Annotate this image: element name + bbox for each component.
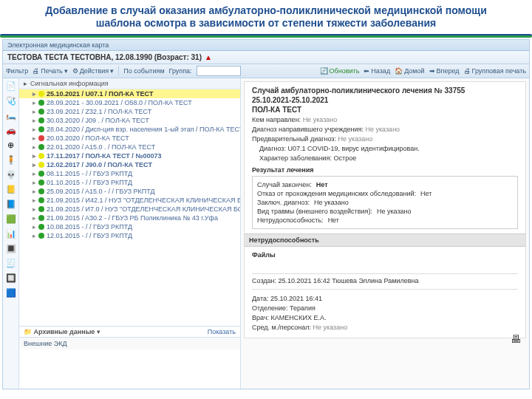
tree-item[interactable]: ▸21.09.2015 / И7.0 / НУЗ "ОТДЕЛЕНЧЕСКАЯ … [19, 205, 240, 214]
tree-item[interactable]: ▸28.04.2020 / Дисп-ция взр. населения 1-… [19, 125, 240, 134]
tree-item[interactable]: ▸22.01.2020 / A15.0 . / ПОЛ-КА ТЕСТ [19, 143, 240, 151]
expand-icon: ▸ [33, 134, 36, 142]
side-icon[interactable]: 📒 [4, 183, 18, 197]
date-value: 25.10.2021 16:41 [270, 295, 322, 302]
status-dot-icon [38, 91, 44, 97]
side-icon[interactable]: 🧾 [4, 257, 18, 270]
detail-card: Случай амбулаторно-поликлинического лече… [244, 81, 526, 338]
tree-item[interactable]: ▸25.09.2015 / A15.0 - / / ГБУЗ РКПТД [19, 187, 240, 196]
filter-button[interactable]: Фильтр [6, 67, 28, 75]
side-icon[interactable]: 🟦 [4, 287, 18, 300]
status-dot-icon [38, 197, 44, 203]
external-row[interactable]: Внешние ЭКД [19, 337, 240, 349]
expand-icon: ▸ [33, 179, 36, 186]
files-heading: Файлы [252, 251, 518, 259]
trauma-label: Вид травмы (внешнего воздействия): [257, 208, 372, 215]
status-dot-icon [38, 171, 44, 177]
tree-item[interactable]: ▸12.02.2017 / J90.0 / ПОЛ-КА ТЕСТ [19, 160, 240, 169]
group-print-button[interactable]: 🖨 Групповая печать [464, 67, 526, 75]
refresh-label: Обновить [330, 67, 360, 75]
result-box: Случай закончен: Нет Отказ от прохождени… [252, 176, 518, 229]
disability-label: Нетрудоспособность: [257, 216, 324, 224]
expand-icon: ▸ [33, 108, 36, 115]
group-print-label: Групповая печать [472, 67, 526, 75]
tree-item[interactable]: ▸25.10.2021 / U07.1 / ПОЛ-КА ТЕСТ [19, 89, 240, 98]
expand-icon: ▸ [33, 232, 36, 239]
tree-item-label: 17.11.2017 / ПОЛ-КА ТЕСТ / №00073 [47, 152, 161, 160]
tree-item-label: 25.09.2015 / A15.0 - / / ГБУЗ РКПТД [47, 188, 155, 195]
tree-item-label: 28.04.2020 / Дисп-ция взр. населения 1-ы… [47, 126, 240, 133]
tree-panel: ▸ Сигнальная информация ▸25.10.2021 / U0… [19, 78, 241, 389]
date-label: Дата: [252, 295, 268, 302]
status-dot-icon [38, 224, 44, 230]
status-dot-icon [38, 135, 44, 141]
side-icon[interactable]: 🟩 [4, 213, 18, 226]
expand-icon: ▸ [24, 80, 27, 87]
forward-button[interactable]: ➡ Вперед [429, 67, 460, 75]
tree-item[interactable]: ▸20.03.2020 / ПОЛ-КА ТЕСТ [19, 134, 240, 143]
refresh-button[interactable]: 🔄 Обновить [320, 67, 360, 75]
doctor-label: Врач: [252, 314, 269, 321]
tree-item[interactable]: ▸21.09.2015 / И42.1 / НУЗ "ОТДЕЛЕНЧЕСКАЯ… [19, 196, 240, 205]
side-icon[interactable]: 🔳 [4, 242, 18, 256]
tree-item[interactable]: ▸10.08.2015 - / / ГБУЗ РКПТД [19, 222, 240, 231]
side-icon[interactable]: 🚗 [4, 124, 18, 137]
app-window: Электронная медицинская карта ТЕСТОВА ТЕ… [2, 39, 530, 389]
status-dot-icon [38, 100, 44, 106]
expand-icon: ▸ [33, 170, 36, 177]
back-button[interactable]: ⬅ Назад [364, 67, 390, 75]
archive-row[interactable]: 📁 Архивные данные ▾ Показать [19, 326, 240, 337]
group-dropdown[interactable] [197, 66, 241, 76]
expand-icon: ▸ [33, 161, 36, 168]
tree-item[interactable]: ▸30.03.2020 / J09 . / ПОЛ-КА ТЕСТ [19, 116, 240, 125]
midstaff-value: Не указано [313, 324, 348, 331]
print-label: Печать [41, 67, 62, 75]
app-header: Электронная медицинская карта [3, 40, 529, 51]
show-link[interactable]: Показать [208, 328, 236, 335]
expand-icon: ▸ [33, 143, 36, 151]
final-diag-value: Не указано [314, 199, 349, 206]
side-icon[interactable]: 📊 [4, 228, 18, 241]
side-icon[interactable]: 📘 [4, 198, 18, 211]
home-label: Домой [404, 67, 424, 75]
tree-item-label: 22.01.2020 / A15.0 . / ПОЛ-КА ТЕСТ [47, 143, 155, 151]
expand-icon: ▸ [33, 205, 36, 213]
char-value: Острое [334, 154, 357, 162]
print-button[interactable]: 🖨 Печать▾ [33, 67, 67, 75]
printer-icon[interactable]: 🖶 [511, 333, 521, 345]
actions-button[interactable]: ⚙ Действия▾ [72, 67, 114, 75]
side-icon[interactable]: 💀 [4, 168, 18, 182]
side-icon[interactable]: 🔲 [4, 272, 18, 285]
tree-item[interactable]: ▸17.11.2017 / ПОЛ-КА ТЕСТ / №00073 [19, 151, 240, 160]
tree-item-label: 23.09.2021 / Z32.1 / ПОЛ-КА ТЕСТ [47, 108, 151, 115]
case-closed-label: Случай закончен: [257, 181, 312, 188]
tree-item[interactable]: ▸08.11.2015 - / / ГБУЗ РКПТД [19, 169, 240, 178]
status-dot-icon [38, 188, 44, 194]
tree-heading[interactable]: ▸ Сигнальная информация [19, 78, 240, 89]
side-icon[interactable]: 🧍 [4, 154, 18, 167]
tree-item[interactable]: ▸28.09.2021 - 30.09.2021 / O58.0 / ПОЛ-К… [19, 98, 240, 107]
tree-item[interactable]: ▸01.10.2015 - / / ГБУЗ РКПТД [19, 178, 240, 187]
expand-icon: ▸ [33, 197, 36, 204]
final-diag-label: Заключ. диагноз: [257, 199, 310, 206]
tree-item[interactable]: ▸21.09.2015 / A30.2 - / ГБУЗ РБ Поликлин… [19, 214, 240, 222]
disability-heading[interactable]: Нетрудоспособность [245, 233, 525, 247]
side-icon[interactable]: 📄 [4, 80, 18, 93]
tree-item[interactable]: ▸23.09.2021 / Z32.1 / ПОЛ-КА ТЕСТ [19, 107, 240, 116]
main-area: 📄🩺🛏️🚗⊕🧍💀📒📘🟩📊🔳🧾🔲🟦 ▸ Сигнальная информация… [3, 78, 529, 389]
tree-item-label: 25.10.2021 / U07.1 / ПОЛ-КА ТЕСТ [47, 90, 153, 98]
side-icon[interactable]: 🛏️ [4, 109, 18, 123]
disability-value: Нет [328, 216, 339, 224]
tree-heading-label: Сигнальная информация [30, 80, 109, 87]
folder-icon: 📁 [24, 328, 32, 335]
tree-item[interactable]: ▸12.01.2015 - / / ГБУЗ РКПТД [19, 231, 240, 240]
side-icon[interactable]: ⊕ [4, 139, 18, 152]
char-label: Характер заболевания: [259, 154, 332, 162]
home-button[interactable]: 🏠 Домой [395, 67, 424, 75]
by-events-button[interactable]: По событиям [123, 67, 164, 75]
separator [118, 66, 119, 76]
side-icon[interactable]: 🩺 [4, 95, 18, 108]
toolbar: Фильтр 🖨 Печать▾ ⚙ Действия▾ По событиям… [3, 64, 529, 78]
tree-list: ▸25.10.2021 / U07.1 / ПОЛ-КА ТЕСТ▸28.09.… [19, 89, 240, 240]
tree-item-label: 12.02.2017 / J90.0 / ПОЛ-КА ТЕСТ [47, 161, 152, 168]
